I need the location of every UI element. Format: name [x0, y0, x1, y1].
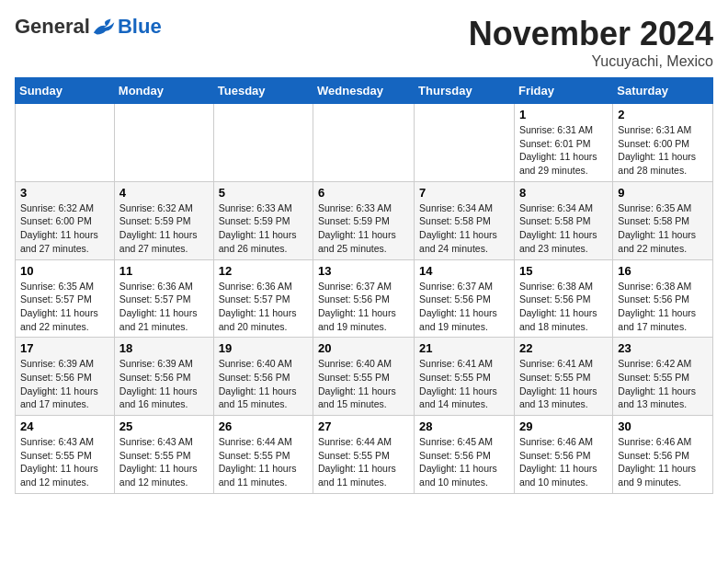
logo-bird-icon: [92, 17, 118, 37]
week-row: 24Sunrise: 6:43 AM Sunset: 5:55 PM Dayli…: [16, 416, 713, 494]
location: Yucuyachi, Mexico: [469, 53, 713, 70]
calendar-cell: 30Sunrise: 6:46 AM Sunset: 5:56 PM Dayli…: [613, 416, 713, 494]
calendar-cell: 11Sunrise: 6:36 AM Sunset: 5:57 PM Dayli…: [114, 259, 213, 338]
header-day-monday: Monday: [114, 78, 213, 104]
day-info: Sunrise: 6:45 AM Sunset: 5:56 PM Dayligh…: [419, 435, 509, 489]
day-number: 28: [419, 419, 509, 433]
day-info: Sunrise: 6:42 AM Sunset: 5:55 PM Dayligh…: [618, 357, 708, 411]
day-number: 30: [618, 419, 708, 433]
day-info: Sunrise: 6:41 AM Sunset: 5:55 PM Dayligh…: [419, 357, 509, 411]
day-number: 7: [419, 186, 509, 200]
calendar-cell: [415, 104, 515, 182]
day-info: Sunrise: 6:37 AM Sunset: 5:56 PM Dayligh…: [318, 280, 409, 334]
logo-blue-text: Blue: [118, 15, 162, 39]
calendar-cell: 21Sunrise: 6:41 AM Sunset: 5:55 PM Dayli…: [415, 338, 515, 416]
calendar-cell: 15Sunrise: 6:38 AM Sunset: 5:56 PM Dayli…: [514, 259, 612, 338]
day-number: 19: [219, 341, 308, 355]
header-day-thursday: Thursday: [415, 78, 515, 104]
day-info: Sunrise: 6:35 AM Sunset: 5:57 PM Dayligh…: [20, 280, 109, 334]
day-info: Sunrise: 6:36 AM Sunset: 5:57 PM Dayligh…: [119, 280, 209, 334]
calendar-cell: 28Sunrise: 6:45 AM Sunset: 5:56 PM Dayli…: [415, 416, 515, 494]
calendar-cell: [313, 104, 415, 182]
calendar-cell: 12Sunrise: 6:36 AM Sunset: 5:57 PM Dayli…: [213, 259, 313, 338]
calendar-cell: 8Sunrise: 6:34 AM Sunset: 5:58 PM Daylig…: [514, 181, 612, 259]
day-number: 27: [318, 419, 409, 433]
day-info: Sunrise: 6:44 AM Sunset: 5:55 PM Dayligh…: [219, 435, 308, 489]
day-number: 11: [119, 264, 209, 278]
day-info: Sunrise: 6:43 AM Sunset: 5:55 PM Dayligh…: [119, 435, 209, 489]
calendar-cell: 3Sunrise: 6:32 AM Sunset: 6:00 PM Daylig…: [16, 181, 115, 259]
day-number: 18: [119, 341, 209, 355]
calendar-table: SundayMondayTuesdayWednesdayThursdayFrid…: [15, 77, 713, 494]
day-number: 3: [20, 186, 109, 200]
calendar-body: 1Sunrise: 6:31 AM Sunset: 6:01 PM Daylig…: [16, 104, 713, 494]
calendar-cell: 25Sunrise: 6:43 AM Sunset: 5:55 PM Dayli…: [114, 416, 213, 494]
day-number: 20: [318, 341, 409, 355]
day-info: Sunrise: 6:33 AM Sunset: 5:59 PM Dayligh…: [219, 201, 308, 256]
day-number: 22: [519, 341, 608, 355]
header-day-tuesday: Tuesday: [213, 78, 313, 104]
day-info: Sunrise: 6:46 AM Sunset: 5:56 PM Dayligh…: [618, 435, 708, 489]
week-row: 17Sunrise: 6:39 AM Sunset: 5:56 PM Dayli…: [16, 338, 713, 416]
calendar-cell: 7Sunrise: 6:34 AM Sunset: 5:58 PM Daylig…: [415, 181, 515, 259]
day-info: Sunrise: 6:39 AM Sunset: 5:56 PM Dayligh…: [20, 357, 109, 411]
day-number: 8: [519, 186, 608, 200]
calendar-cell: 27Sunrise: 6:44 AM Sunset: 5:55 PM Dayli…: [313, 416, 415, 494]
day-number: 21: [419, 341, 509, 355]
day-number: 14: [419, 264, 509, 278]
week-row: 1Sunrise: 6:31 AM Sunset: 6:01 PM Daylig…: [16, 104, 713, 182]
week-row: 3Sunrise: 6:32 AM Sunset: 6:00 PM Daylig…: [16, 181, 713, 259]
week-row: 10Sunrise: 6:35 AM Sunset: 5:57 PM Dayli…: [16, 259, 713, 338]
calendar-cell: 5Sunrise: 6:33 AM Sunset: 5:59 PM Daylig…: [213, 181, 313, 259]
header-day-friday: Friday: [514, 78, 612, 104]
day-info: Sunrise: 6:33 AM Sunset: 5:59 PM Dayligh…: [318, 201, 409, 256]
calendar-header: SundayMondayTuesdayWednesdayThursdayFrid…: [16, 78, 713, 104]
logo-general-text: General: [15, 15, 90, 39]
calendar-cell: 2Sunrise: 6:31 AM Sunset: 6:00 PM Daylig…: [613, 104, 713, 182]
header-row: SundayMondayTuesdayWednesdayThursdayFrid…: [16, 78, 713, 104]
calendar-cell: 14Sunrise: 6:37 AM Sunset: 5:56 PM Dayli…: [415, 259, 515, 338]
day-number: 17: [20, 341, 109, 355]
calendar-cell: 22Sunrise: 6:41 AM Sunset: 5:55 PM Dayli…: [514, 338, 612, 416]
calendar-cell: 18Sunrise: 6:39 AM Sunset: 5:56 PM Dayli…: [114, 338, 213, 416]
day-number: 12: [219, 264, 308, 278]
day-number: 15: [519, 264, 608, 278]
day-number: 26: [219, 419, 308, 433]
day-info: Sunrise: 6:37 AM Sunset: 5:56 PM Dayligh…: [419, 280, 509, 334]
day-info: Sunrise: 6:38 AM Sunset: 5:56 PM Dayligh…: [519, 280, 608, 334]
day-info: Sunrise: 6:40 AM Sunset: 5:56 PM Dayligh…: [219, 357, 308, 411]
calendar-cell: 4Sunrise: 6:32 AM Sunset: 5:59 PM Daylig…: [114, 181, 213, 259]
day-number: 4: [119, 186, 209, 200]
page-header: General Blue November 2024 Yucuyachi, Me…: [15, 15, 713, 70]
calendar-cell: [114, 104, 213, 182]
day-info: Sunrise: 6:44 AM Sunset: 5:55 PM Dayligh…: [318, 435, 409, 489]
day-number: 10: [20, 264, 109, 278]
calendar-cell: 6Sunrise: 6:33 AM Sunset: 5:59 PM Daylig…: [313, 181, 415, 259]
calendar-cell: 13Sunrise: 6:37 AM Sunset: 5:56 PM Dayli…: [313, 259, 415, 338]
day-info: Sunrise: 6:35 AM Sunset: 5:58 PM Dayligh…: [618, 201, 708, 256]
day-info: Sunrise: 6:40 AM Sunset: 5:55 PM Dayligh…: [318, 357, 409, 411]
calendar-cell: [16, 104, 115, 182]
calendar-cell: 10Sunrise: 6:35 AM Sunset: 5:57 PM Dayli…: [16, 259, 115, 338]
day-info: Sunrise: 6:34 AM Sunset: 5:58 PM Dayligh…: [419, 201, 509, 256]
calendar-cell: 19Sunrise: 6:40 AM Sunset: 5:56 PM Dayli…: [213, 338, 313, 416]
day-info: Sunrise: 6:43 AM Sunset: 5:55 PM Dayligh…: [20, 435, 109, 489]
day-number: 9: [618, 186, 708, 200]
day-number: 24: [20, 419, 109, 433]
header-day-sunday: Sunday: [16, 78, 115, 104]
day-number: 2: [618, 108, 708, 121]
day-info: Sunrise: 6:32 AM Sunset: 6:00 PM Dayligh…: [20, 201, 109, 256]
calendar-cell: 23Sunrise: 6:42 AM Sunset: 5:55 PM Dayli…: [613, 338, 713, 416]
header-day-wednesday: Wednesday: [313, 78, 415, 104]
calendar-cell: 26Sunrise: 6:44 AM Sunset: 5:55 PM Dayli…: [213, 416, 313, 494]
day-info: Sunrise: 6:31 AM Sunset: 6:00 PM Dayligh…: [618, 123, 708, 178]
header-day-saturday: Saturday: [613, 78, 713, 104]
calendar-cell: 16Sunrise: 6:38 AM Sunset: 5:56 PM Dayli…: [613, 259, 713, 338]
logo: General Blue: [15, 15, 162, 39]
title-section: November 2024 Yucuyachi, Mexico: [469, 15, 713, 70]
day-number: 13: [318, 264, 409, 278]
day-number: 6: [318, 186, 409, 200]
calendar-cell: 24Sunrise: 6:43 AM Sunset: 5:55 PM Dayli…: [16, 416, 115, 494]
calendar-cell: [213, 104, 313, 182]
day-number: 23: [618, 341, 708, 355]
